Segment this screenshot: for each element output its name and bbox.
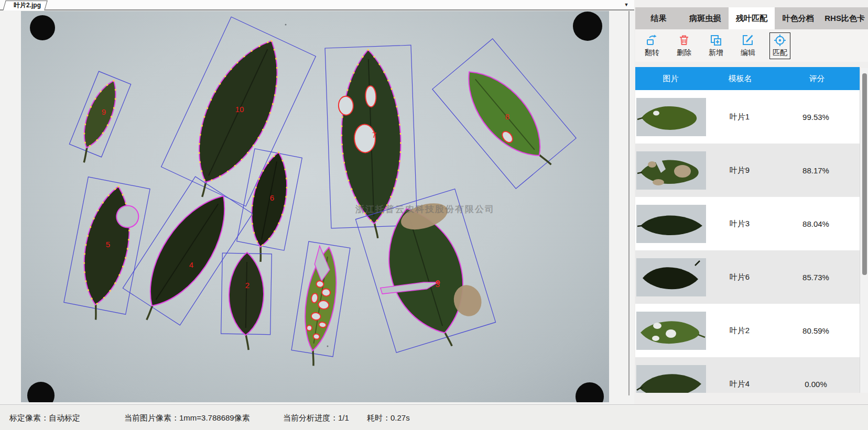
status-item-2: 当前图片像素：1mm=3.788689像素: [124, 405, 250, 430]
template-score: 88.17%: [773, 166, 859, 175]
template-thumbnail: [636, 98, 706, 136]
registration-marker: [576, 382, 604, 402]
leaf-annotation-2[interactable]: [221, 252, 272, 350]
leaf-annotation-5[interactable]: [62, 177, 150, 325]
watermark-text: 浙江托普云农科技股份有限公司: [355, 204, 495, 214]
analyzed-photo-canvas[interactable]: 9106785423浙江托普云农科技股份有限公司: [21, 11, 609, 402]
edit-icon: [741, 34, 755, 47]
registration-marker: [573, 12, 602, 41]
panel-tab-5[interactable]: RHS比色卡: [821, 7, 868, 29]
template-name: 叶片4: [706, 379, 773, 389]
panel-tab-2[interactable]: 病斑虫损: [682, 7, 729, 29]
template-thumbnail: [636, 312, 706, 350]
trash-icon: [677, 34, 691, 47]
leaf-number-label: 2: [245, 281, 249, 290]
panel-scrollbar-thumb[interactable]: [862, 73, 867, 275]
template-name: 叶片1: [706, 112, 773, 122]
template-row-叶片6[interactable]: 叶片685.73%: [635, 250, 860, 304]
template-name: 叶片2: [706, 326, 773, 336]
tab-list-dropdown-icon[interactable]: ▼: [622, 2, 631, 9]
add-icon: [709, 34, 723, 47]
column-header-1: 图片: [635, 67, 706, 90]
flip-icon: [645, 34, 659, 47]
document-tabbar: 叶片2.jpg ▼: [0, 0, 634, 10]
template-score: 80.59%: [773, 326, 859, 335]
registration-marker: [27, 382, 55, 402]
leaf-stem: [93, 303, 99, 320]
leaf-stem: [144, 304, 156, 319]
template-score: 99.53%: [773, 113, 859, 122]
leaf-thumbnail-image: [636, 258, 706, 296]
leaf-thumbnail-image: [636, 151, 706, 190]
leaf-annotation-9[interactable]: [65, 71, 131, 168]
leaf-stem: [257, 245, 264, 262]
table-header: 图片模板名评分: [635, 67, 860, 90]
toolbar-button-label: 删除: [677, 48, 691, 58]
panel-tab-1[interactable]: 结果: [635, 7, 682, 29]
leaf-thumbnail-image: [636, 205, 706, 243]
leaf-number-label: 8: [505, 112, 509, 121]
leaf-stem: [374, 222, 378, 238]
leaf-stem: [81, 146, 91, 162]
table-rows: 叶片199.53%叶片988.17%叶片388.04%叶片685.73%叶片28…: [635, 90, 860, 393]
document-tab-label[interactable]: 叶片2.jpg: [5, 1, 49, 10]
template-row-叶片9[interactable]: 叶片988.17%: [635, 144, 860, 197]
leaf-annotation-10[interactable]: [157, 17, 316, 215]
column-header-3: 评分: [774, 67, 860, 90]
panel-tab-4[interactable]: 叶色分档: [775, 7, 821, 29]
status-item-3: 当前分析进度：1/1: [283, 405, 349, 430]
leaf-stem: [310, 349, 316, 366]
edit-button[interactable]: 编辑: [737, 32, 758, 59]
leaf-thumbnail-image: [636, 365, 706, 393]
photo-speck: [285, 24, 287, 26]
column-header-2: 模板名: [706, 67, 774, 90]
panel-tab-3[interactable]: 残叶匹配: [729, 7, 775, 29]
template-thumbnail: [636, 258, 706, 296]
template-thumbnail: [636, 205, 706, 243]
template-thumbnail: [636, 151, 706, 190]
leaf-number-label: 7: [372, 130, 376, 139]
flip-button[interactable]: 翻转: [642, 32, 663, 59]
template-name: 叶片9: [706, 166, 773, 175]
leaf-number-label: 9: [102, 107, 106, 116]
template-row-叶片4[interactable]: 叶片40.00%: [635, 357, 860, 393]
match-button[interactable]: 匹配: [769, 32, 790, 59]
template-name: 叶片6: [706, 272, 773, 282]
app-window: 叶片2.jpg ▼ 9106785423浙江托普云农科技股份有限公司 结果病斑虫…: [0, 0, 868, 430]
toolbar-button-label: 新增: [709, 48, 723, 58]
match-table: 图片模板名评分 叶片199.53%叶片988.17%叶片388.04%叶片685…: [635, 67, 860, 393]
template-row-叶片1[interactable]: 叶片199.53%: [635, 90, 860, 144]
panel-scrollbar[interactable]: [860, 68, 868, 393]
damage-hole: [306, 325, 312, 331]
template-row-叶片2[interactable]: 叶片280.59%: [635, 304, 860, 357]
leaf-thumbnail-image: [636, 312, 706, 350]
status-bar: 标定像素：自动标定当前图片像素：1mm=3.788689像素当前分析进度：1/1…: [0, 404, 868, 430]
image-viewport: 9106785423浙江托普云农科技股份有限公司: [0, 10, 634, 404]
leaf-number-label: 3: [436, 280, 440, 289]
template-thumbnail: [636, 365, 706, 393]
leaf-number-label: 10: [235, 105, 244, 114]
damage-hole: [313, 334, 320, 340]
leaf-number-label: 6: [270, 193, 274, 202]
image-viewer-pane: 叶片2.jpg ▼ 9106785423浙江托普云农科技股份有限公司: [0, 0, 634, 404]
leaf-number-label: 4: [189, 260, 193, 269]
trash-button[interactable]: 删除: [674, 32, 695, 59]
photo-annotation-layer: 9106785423浙江托普云农科技股份有限公司: [21, 11, 609, 402]
template-score: 88.04%: [773, 219, 859, 228]
match-icon: [773, 34, 787, 47]
template-row-叶片3[interactable]: 叶片388.04%: [635, 197, 860, 250]
template-score: 0.00%: [773, 380, 859, 389]
photo-speck: [327, 346, 329, 347]
leaf-thumbnail-image: [636, 98, 706, 136]
panel-toolbar: 翻转删除新增编辑匹配: [635, 29, 868, 62]
leaf-annotation-8[interactable]: [289, 241, 350, 369]
damage-hole: [338, 96, 353, 115]
template-name: 叶片3: [706, 219, 773, 229]
add-button[interactable]: 新增: [706, 32, 726, 59]
leaf-annotation-6[interactable]: [234, 148, 302, 266]
toolbar-button-label: 翻转: [645, 48, 659, 58]
pane-divider[interactable]: [628, 11, 630, 395]
leaf-contour: [76, 76, 124, 152]
template-score: 85.73%: [773, 273, 859, 282]
panel-tabbar: 结果病斑虫损残叶匹配叶色分档RHS比色卡: [635, 7, 868, 29]
